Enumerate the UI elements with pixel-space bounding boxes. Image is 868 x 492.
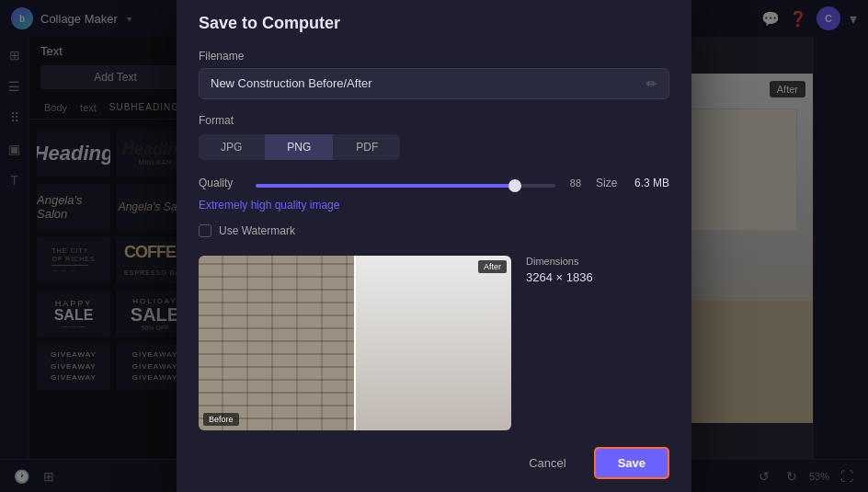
dimensions-value: 3264 × 1836: [526, 270, 669, 284]
format-png-button[interactable]: PNG: [265, 134, 333, 160]
thumb-before-label: Before: [203, 413, 239, 426]
modal-title: Save to Computer: [199, 14, 669, 33]
size-label: Size: [596, 177, 623, 189]
dimensions-area: Dimensions 3264 × 1836: [526, 256, 669, 430]
thumb-after: [355, 256, 511, 430]
quality-value: 88: [566, 177, 585, 189]
quality-slider[interactable]: [256, 184, 555, 188]
modal-footer: Cancel Save: [199, 447, 669, 479]
quality-row: Quality 88 Size 6.3 MB: [199, 175, 669, 191]
preview-area: Before After Dimensions 3264 × 1836: [199, 256, 669, 430]
watermark-label: Use Watermark: [219, 224, 295, 237]
modal-overlay: Save to Computer Filename ✏ Format JPG P…: [0, 0, 868, 492]
watermark-checkbox[interactable]: [199, 224, 211, 237]
edit-icon[interactable]: ✏: [646, 76, 657, 91]
thumb-divider: [354, 256, 356, 430]
quality-slider-wrap: [256, 175, 555, 191]
thumb-after-label: After: [478, 260, 507, 273]
size-value: 6.3 MB: [634, 177, 669, 189]
filename-input[interactable]: [211, 76, 646, 90]
format-section: Format JPG PNG PDF: [199, 114, 669, 160]
quality-note: Extremely high quality image: [199, 199, 669, 212]
cancel-button[interactable]: Cancel: [510, 447, 584, 479]
save-action-button[interactable]: Save: [594, 447, 669, 479]
format-pdf-button[interactable]: PDF: [334, 134, 400, 160]
watermark-row: Use Watermark: [199, 224, 669, 237]
format-label: Format: [199, 114, 669, 127]
format-buttons: JPG PNG PDF: [199, 134, 400, 160]
preview-thumbnail: Before After: [199, 256, 511, 430]
format-jpg-button[interactable]: JPG: [199, 134, 264, 160]
thumb-kitchen: [355, 256, 511, 430]
filename-row: ✏: [199, 68, 669, 99]
thumb-before: [199, 256, 355, 430]
dimensions-label: Dimensions: [526, 256, 669, 267]
filename-label: Filename: [199, 50, 669, 63]
thumb-brick-wall: [199, 256, 355, 430]
quality-label: Quality: [199, 177, 245, 189]
save-modal: Save to Computer Filename ✏ Format JPG P…: [177, 0, 691, 492]
